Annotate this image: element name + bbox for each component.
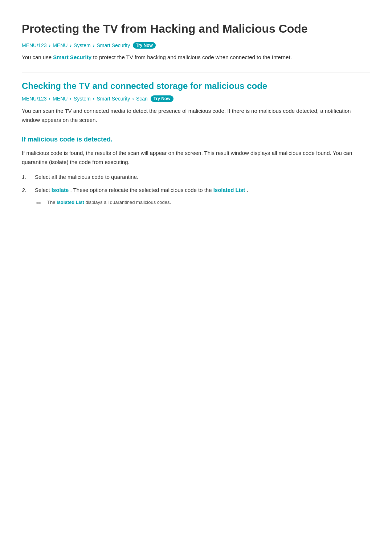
breadcrumb-2-scan[interactable]: Scan: [136, 96, 148, 102]
malicious-code-steps: 1. Select all the malicious code to quar…: [22, 173, 370, 194]
intro-text-before: You can use: [22, 54, 53, 60]
isolated-list-link-2[interactable]: Isolated List: [57, 200, 84, 205]
breadcrumb-1: MENU/123 › MENU › System › Smart Securit…: [22, 42, 370, 49]
section-malicious-detected: If malicious code is detected. If malici…: [22, 136, 370, 207]
section-checking: Checking the TV and connected storage fo…: [22, 80, 370, 124]
pencil-icon: ✏: [36, 199, 44, 207]
breadcrumb-menu[interactable]: MENU: [53, 42, 68, 48]
breadcrumb-2-smart-security[interactable]: Smart Security: [97, 96, 130, 102]
breadcrumb-2-menu[interactable]: MENU: [53, 96, 68, 102]
breadcrumb-sep-1: ›: [49, 42, 50, 48]
intro-text-after: to protect the TV from hacking and malic…: [93, 54, 292, 60]
breadcrumb-2-system[interactable]: System: [74, 96, 91, 102]
note-text-after: displays all quarantined malicious codes…: [86, 200, 171, 205]
intro-paragraph: You can use Smart Security to protect th…: [22, 53, 370, 62]
smart-security-link-intro[interactable]: Smart Security: [53, 54, 91, 60]
breadcrumb-2-sep-1: ›: [49, 96, 50, 102]
try-now-badge-1[interactable]: Try Now: [133, 42, 156, 49]
breadcrumb-system[interactable]: System: [74, 42, 91, 48]
breadcrumb-2-menu123[interactable]: MENU/123: [22, 96, 46, 102]
try-now-badge-2[interactable]: Try Now: [151, 95, 173, 102]
note-text-before: The: [47, 200, 57, 205]
breadcrumb-2-sep-3: ›: [93, 96, 95, 102]
list-2-text-middle: . These options relocate the selected ma…: [70, 187, 213, 193]
list-content-2: Select Isolate . These options relocate …: [35, 186, 370, 194]
list-item-2: 2. Select Isolate . These options reloca…: [22, 186, 370, 194]
breadcrumb-2: MENU/123 › MENU › System › Smart Securit…: [22, 95, 370, 102]
section-checking-body: You can scan the TV and connected media …: [22, 106, 370, 125]
breadcrumb-sep-2: ›: [70, 42, 72, 48]
breadcrumb-smart-security[interactable]: Smart Security: [97, 42, 130, 48]
breadcrumb-2-sep-4: ›: [132, 96, 134, 102]
isolated-list-note: ✏ The Isolated List displays all quarant…: [36, 199, 370, 207]
list-content-1: Select all the malicious code to quarant…: [35, 173, 370, 181]
page-title: Protecting the TV from Hacking and Malic…: [22, 22, 370, 36]
list-2-text-after: .: [246, 187, 248, 193]
breadcrumb-menu123[interactable]: MENU/123: [22, 42, 46, 48]
isolate-link[interactable]: Isolate: [52, 187, 69, 193]
list-number-2: 2.: [22, 186, 29, 194]
list-number-1: 1.: [22, 173, 29, 181]
list-item-1: 1. Select all the malicious code to quar…: [22, 173, 370, 181]
section-malicious-detected-body: If malicious code is found, the results …: [22, 148, 370, 167]
breadcrumb-sep-3: ›: [93, 42, 95, 48]
section-malicious-detected-title: If malicious code is detected.: [22, 136, 370, 143]
list-2-text-before: Select: [35, 187, 52, 193]
breadcrumb-2-sep-2: ›: [70, 96, 72, 102]
section-checking-title: Checking the TV and connected storage fo…: [22, 80, 370, 91]
section-divider-1: [22, 73, 370, 73]
note-text: The Isolated List displays all quarantin…: [47, 199, 171, 206]
isolated-list-link-1[interactable]: Isolated List: [213, 187, 245, 193]
